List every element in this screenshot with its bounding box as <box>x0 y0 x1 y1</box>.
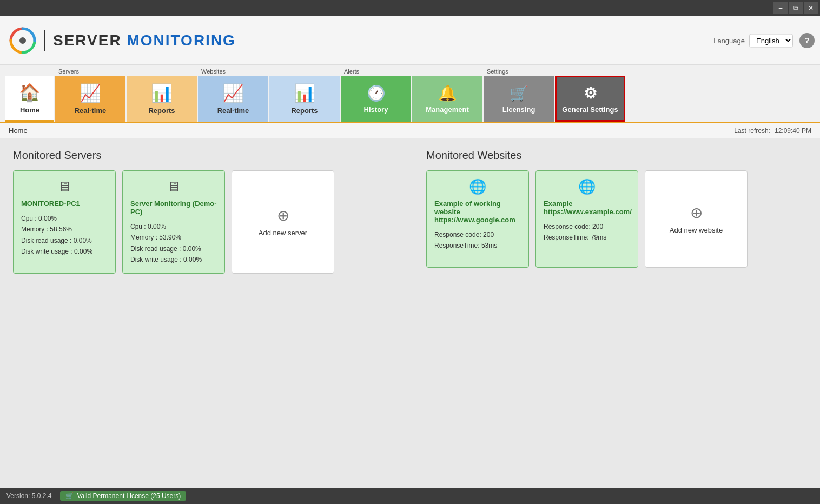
servers-reports-label: Reports <box>148 107 175 115</box>
websites-realtime-label: Real-time <box>217 107 249 115</box>
license-icon: 🛒 <box>65 492 74 500</box>
close-button[interactable]: ✕ <box>804 2 818 14</box>
website1-response-time: ResponseTime: 53ms <box>434 240 497 251</box>
websites-group-label: Websites <box>198 66 229 76</box>
last-refresh-area: Last refresh: 12:09:40 PM <box>734 127 811 135</box>
nav-alerts-history[interactable]: 🕐 History <box>341 76 411 122</box>
server2-icon: 🖥 <box>167 178 181 195</box>
app-logo <box>9 26 37 55</box>
settings-licensing-icon: 🛒 <box>510 84 528 102</box>
settings-group-items: 🛒 Licensing ⚙ General Settings <box>484 76 625 122</box>
help-button[interactable]: ? <box>799 33 815 48</box>
settings-group-label: Settings <box>484 66 512 76</box>
app-name-highlight: MONITORING <box>127 32 235 49</box>
websites-group-items: 📈 Real-time 📊 Reports <box>198 76 340 122</box>
add-website-label: Add new website <box>670 226 723 234</box>
alerts-management-label: Management <box>426 105 468 114</box>
website1-icon: 🌐 <box>469 178 486 195</box>
restore-button[interactable]: ⧉ <box>789 2 803 14</box>
server2-stats: Cpu : 0.00% Memory : 53.90% Disk read us… <box>130 221 202 266</box>
svg-point-1 <box>19 37 26 44</box>
nav-group-alerts: Alerts 🕐 History 🔔 Management <box>341 66 482 122</box>
nav-servers-realtime[interactable]: 📈 Real-time <box>55 76 125 122</box>
breadcrumb-bar: Home Last refresh: 12:09:40 PM <box>0 123 820 138</box>
server1-diskwrite: Disk write usage : 0.00% <box>21 246 92 257</box>
website-card-1[interactable]: 🌐 Example of working website https://www… <box>426 170 529 268</box>
server-cards-row: 🖥 MONITORED-PC1 Cpu : 0.00% Memory : 58.… <box>13 170 394 274</box>
monitored-websites-section: Monitored Websites 🌐 Example of working … <box>426 149 807 290</box>
servers-group-items: 📈 Real-time 📊 Reports <box>55 76 197 122</box>
server-card-1[interactable]: 🖥 MONITORED-PC1 Cpu : 0.00% Memory : 58.… <box>13 170 116 274</box>
monitored-websites-title: Monitored Websites <box>426 149 807 162</box>
nav-alerts-management[interactable]: 🔔 Management <box>412 76 482 122</box>
nav-container: 🏠 Home Servers 📈 Real-time 📊 Reports Web… <box>0 65 820 123</box>
server2-cpu: Cpu : 0.00% <box>130 221 202 232</box>
nav-settings-general[interactable]: ⚙ General Settings <box>555 76 625 122</box>
website-cards-row: 🌐 Example of working website https://www… <box>426 170 807 268</box>
breadcrumb: Home <box>9 127 28 135</box>
nav-websites-realtime[interactable]: 📈 Real-time <box>198 76 268 122</box>
websites-reports-icon: 📊 <box>294 83 315 103</box>
server1-name: MONITORED-PC1 <box>21 200 80 208</box>
nav-group-settings: Settings 🛒 Licensing ⚙ General Settings <box>484 66 625 122</box>
add-server-icon: ⊕ <box>277 207 289 224</box>
website2-response-time: ResponseTime: 79ms <box>544 232 606 243</box>
nav-home[interactable]: 🏠 Home <box>5 76 54 122</box>
minimize-button[interactable]: – <box>773 2 788 14</box>
websites-reports-label: Reports <box>291 107 318 115</box>
main-content: Monitored Servers 🖥 MONITORED-PC1 Cpu : … <box>0 138 820 301</box>
settings-general-label: General Settings <box>562 105 618 114</box>
monitored-servers-title: Monitored Servers <box>13 149 394 162</box>
window-controls: – ⧉ ✕ <box>773 2 818 14</box>
alerts-history-icon: 🕐 <box>367 84 386 102</box>
server1-stats: Cpu : 0.00% Memory : 58.56% Disk read us… <box>21 213 92 257</box>
nav-settings-licensing[interactable]: 🛒 Licensing <box>484 76 554 122</box>
version-label: Version: 5.0.2.4 <box>6 492 51 500</box>
app-name: SERVER MONITORING <box>53 32 236 49</box>
language-label: Language <box>713 36 745 44</box>
server1-cpu: Cpu : 0.00% <box>21 213 92 224</box>
title-bar: – ⧉ ✕ <box>0 0 820 16</box>
nav-group-websites: Websites 📈 Real-time 📊 Reports <box>198 66 340 122</box>
server2-memory: Memory : 53.90% <box>130 232 202 243</box>
server2-name: Server Monitoring (Demo-PC) <box>130 200 217 216</box>
content-sections: Monitored Servers 🖥 MONITORED-PC1 Cpu : … <box>13 149 807 290</box>
app-header: SERVER MONITORING Language English ? <box>0 16 820 65</box>
last-refresh-label: Last refresh: <box>734 127 770 135</box>
last-refresh-time: 12:09:40 PM <box>775 127 811 135</box>
website1-response-code: Response code: 200 <box>434 229 497 240</box>
monitored-servers-section: Monitored Servers 🖥 MONITORED-PC1 Cpu : … <box>13 149 394 290</box>
websites-realtime-icon: 📈 <box>222 83 244 103</box>
servers-realtime-label: Real-time <box>75 107 107 115</box>
language-select[interactable]: English <box>749 34 793 47</box>
nav-websites-reports[interactable]: 📊 Reports <box>269 76 340 122</box>
server2-diskwrite: Disk write usage : 0.00% <box>130 254 202 265</box>
nav-group-home: 🏠 Home <box>5 65 54 122</box>
alerts-history-label: History <box>364 105 388 114</box>
servers-realtime-icon: 📈 <box>80 83 101 103</box>
settings-general-icon: ⚙ <box>584 84 597 102</box>
servers-group-label: Servers <box>55 66 82 76</box>
add-server-label: Add new server <box>259 229 307 237</box>
logo-divider <box>44 30 45 51</box>
add-server-card[interactable]: ⊕ Add new server <box>232 170 334 274</box>
alerts-group-label: Alerts <box>341 66 362 76</box>
add-website-card[interactable]: ⊕ Add new website <box>645 170 748 268</box>
logo-area: SERVER MONITORING <box>9 26 236 55</box>
website-card-2[interactable]: 🌐 Example https://www.example.com/ Respo… <box>535 170 638 268</box>
nav-servers-reports[interactable]: 📊 Reports <box>127 76 197 122</box>
server-card-2[interactable]: 🖥 Server Monitoring (Demo-PC) Cpu : 0.00… <box>122 170 225 274</box>
website2-icon: 🌐 <box>578 178 596 195</box>
website2-response-code: Response code: 200 <box>544 221 606 232</box>
license-badge: 🛒 Valid Permanent License (25 Users) <box>60 491 186 501</box>
settings-licensing-label: Licensing <box>502 105 535 114</box>
server1-memory: Memory : 58.56% <box>21 224 92 235</box>
website1-stats: Response code: 200 ResponseTime: 53ms <box>434 229 497 251</box>
home-icon: 🏠 <box>19 82 41 103</box>
server1-diskread: Disk read usage : 0.00% <box>21 235 92 246</box>
nav-home-label: Home <box>20 106 39 114</box>
header-right: Language English <box>713 34 793 47</box>
license-text: Valid Permanent License (25 Users) <box>77 492 181 500</box>
servers-reports-icon: 📊 <box>151 83 173 103</box>
server1-icon: 🖥 <box>57 178 71 195</box>
